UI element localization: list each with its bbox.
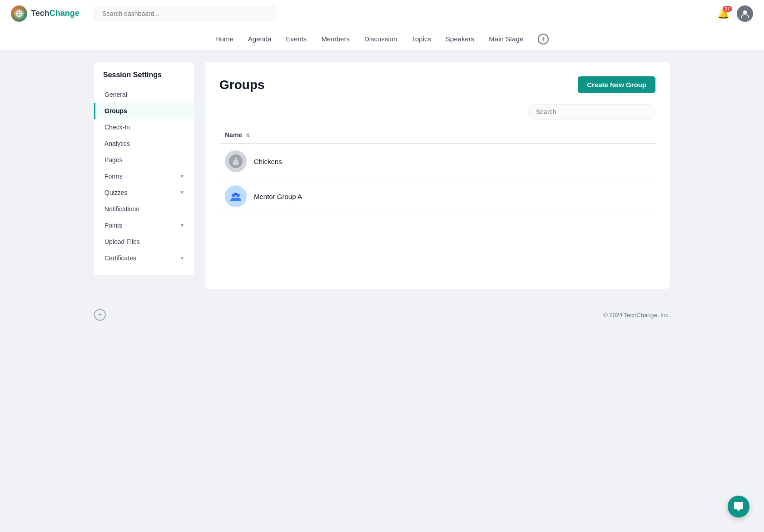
group-row-chickens: Chickens xyxy=(225,150,650,172)
sidebar: Session Settings General Groups Check-In… xyxy=(94,62,194,275)
sidebar-item-analytics[interactable]: Analytics xyxy=(94,135,194,152)
nav-item-events[interactable]: Events xyxy=(286,33,307,45)
sort-icon: ⇅ xyxy=(246,133,250,139)
copyright-text: © 2024 TechChange, Inc. xyxy=(603,312,670,318)
group-row-mentor: Mentor Group A xyxy=(225,185,650,207)
sidebar-item-certificates[interactable]: Certificates ▼ xyxy=(94,250,194,266)
groups-table: Name ⇅ xyxy=(219,127,655,214)
name-column-header[interactable]: Name ⇅ xyxy=(219,127,655,144)
page-footer: + © 2024 TechChange, Inc. xyxy=(87,300,677,330)
chevron-down-icon: ▼ xyxy=(179,173,185,179)
notifications-button[interactable]: 🔔 27 xyxy=(717,8,729,20)
search-row xyxy=(219,104,655,119)
chevron-down-icon: ▼ xyxy=(179,222,185,229)
group-avatar-chickens xyxy=(225,150,247,172)
content-header: Groups Create New Group xyxy=(219,76,655,93)
top-search-input[interactable] xyxy=(94,6,276,21)
top-bar: TechChange 🔔 27 xyxy=(0,0,764,27)
chevron-down-icon: ▼ xyxy=(179,255,185,261)
sidebar-item-notifications[interactable]: Notifications xyxy=(94,201,194,217)
logo-icon xyxy=(11,5,27,22)
group-avatar-mentor xyxy=(225,185,247,207)
main-content: Groups Create New Group Name ⇅ xyxy=(205,62,670,289)
group-name-chickens: Chickens xyxy=(254,158,282,165)
sidebar-title: Session Settings xyxy=(94,71,194,86)
nav-item-speakers[interactable]: Speakers xyxy=(446,33,474,45)
sidebar-item-quizzes[interactable]: Quizzes ▼ xyxy=(94,184,194,201)
page-layout: Session Settings General Groups Check-In… xyxy=(87,62,677,289)
table-row[interactable]: Chickens xyxy=(219,144,655,179)
sidebar-item-groups[interactable]: Groups xyxy=(94,103,194,119)
chevron-down-icon: ▼ xyxy=(179,189,185,196)
groups-search-input[interactable] xyxy=(528,104,655,119)
nav-item-topics[interactable]: Topics xyxy=(412,33,431,45)
nav-add-button[interactable]: + xyxy=(538,34,549,45)
sidebar-item-pages[interactable]: Pages xyxy=(94,152,194,168)
sidebar-item-points[interactable]: Points ▼ xyxy=(94,217,194,234)
chat-widget-button[interactable] xyxy=(728,496,749,517)
svg-point-4 xyxy=(743,10,747,14)
sidebar-item-forms[interactable]: Forms ▼ xyxy=(94,168,194,184)
nav-item-main-stage[interactable]: Main Stage xyxy=(489,33,523,45)
nav-item-discussion[interactable]: Discussion xyxy=(364,33,397,45)
nav-item-agenda[interactable]: Agenda xyxy=(248,33,272,45)
nav-item-members[interactable]: Members xyxy=(321,33,350,45)
table-row[interactable]: Mentor Group A xyxy=(219,179,655,214)
svg-point-8 xyxy=(234,159,235,160)
sidebar-item-check-in[interactable]: Check-In xyxy=(94,119,194,135)
sidebar-item-general[interactable]: General xyxy=(94,86,194,103)
create-new-group-button[interactable]: Create New Group xyxy=(578,76,655,93)
brand-name: TechChange xyxy=(31,9,79,18)
logo[interactable]: TechChange xyxy=(11,5,84,22)
footer-add-button[interactable]: + xyxy=(94,309,106,321)
top-search-bar[interactable] xyxy=(94,6,276,21)
page-title: Groups xyxy=(219,78,265,92)
nav-item-home[interactable]: Home xyxy=(215,33,233,45)
group-name-mentor: Mentor Group A xyxy=(254,193,302,200)
sidebar-item-upload-files[interactable]: Upload Files xyxy=(94,234,194,250)
svg-point-13 xyxy=(234,193,237,195)
user-avatar[interactable] xyxy=(737,5,753,22)
svg-point-10 xyxy=(229,189,243,203)
secondary-nav: Home Agenda Events Members Discussion To… xyxy=(0,27,764,51)
notification-badge: 27 xyxy=(723,6,732,12)
top-bar-right: 🔔 27 xyxy=(717,5,753,22)
